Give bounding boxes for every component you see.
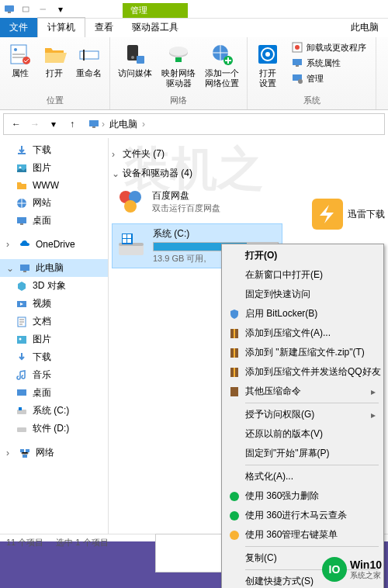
sidebar-item-3d[interactable]: 3D 对象 (0, 277, 108, 295)
sidebar-item-system-c[interactable]: 系统 (C:) (0, 402, 108, 420)
add-location-button[interactable]: 添加一个 网络位置 (203, 40, 241, 90)
nav-history[interactable]: ▾ (44, 115, 63, 133)
devices-section-header[interactable]: ⌄ 设备和驱动器 (4) (112, 164, 385, 183)
svg-rect-1 (8, 12, 11, 13)
svg-rect-30 (17, 217, 26, 223)
pc-icon (88, 118, 100, 130)
svg-rect-26 (92, 126, 95, 128)
menu-bitlocker[interactable]: 启用 BitLocker(B) (223, 304, 382, 323)
menu-open[interactable]: 打开(O) (223, 246, 382, 265)
nav-up[interactable]: ↑ (63, 115, 81, 133)
svg-point-47 (124, 200, 137, 213)
open-button[interactable]: 打开 (40, 40, 68, 80)
svg-rect-10 (137, 56, 144, 64)
svg-point-63 (230, 511, 239, 521)
menu-360-delete[interactable]: 使用 360强力删除 (223, 486, 382, 506)
sidebar-item-videos[interactable]: 视频 (0, 295, 108, 313)
sidebar-item-pictures2[interactable]: 图片 (0, 330, 108, 348)
menu-grant-access[interactable]: 授予访问权限(G)▸ (223, 405, 382, 424)
menu-pin-quick[interactable]: 固定到快速访问 (223, 285, 382, 304)
menu-360-trojan[interactable]: 使用 360进行木马云查杀 (223, 506, 382, 525)
sidebar-item-documents[interactable]: 文档 (0, 313, 108, 330)
svg-point-5 (23, 57, 30, 64)
svg-rect-40 (19, 407, 22, 410)
tab-view[interactable]: 查看 (85, 18, 123, 37)
svg-rect-48 (119, 244, 144, 255)
svg-rect-21 (293, 59, 302, 65)
breadcrumb[interactable]: › 此电脑 › (88, 116, 381, 133)
uninstall-button[interactable]: 卸载或更改程序 (288, 40, 369, 54)
qat-btn-1[interactable] (19, 3, 34, 16)
open-settings-button[interactable]: 打开 设置 (254, 40, 282, 90)
menu-open-new-window[interactable]: 在新窗口中打开(E) (223, 265, 382, 285)
sidebar-item-downloads[interactable]: 下载 (0, 141, 108, 159)
access-media-button[interactable]: 访问媒体 (116, 40, 154, 80)
ribbon: 属性 打开 重命名 位置 访问媒体 映射网络 驱动器 (0, 37, 388, 110)
folders-section-header[interactable]: › 文件夹 (7) (112, 144, 385, 164)
tab-drive-tools[interactable]: 驱动器工具 (123, 18, 188, 37)
svg-rect-31 (20, 223, 23, 225)
svg-rect-58 (234, 348, 235, 358)
navigation-pane: 下载 图片 WWW 网站 桌面 ›OneDrive ⌄此电脑 3D 对象 视频 … (0, 138, 109, 534)
sidebar-item-websites[interactable]: 网站 (0, 194, 108, 212)
menu-360-rightmenu[interactable]: 使用 360管理右键菜单 (223, 525, 382, 545)
tab-computer[interactable]: 计算机 (37, 17, 85, 37)
win10-logo-icon: IO (322, 557, 347, 582)
sidebar-item-desktop2[interactable]: 桌面 (0, 384, 108, 402)
menu-pin-start[interactable]: 固定到"开始"屏幕(P) (223, 444, 382, 463)
status-selected: 选中 1 个项目 (56, 537, 108, 548)
svg-point-4 (14, 48, 17, 51)
menu-add-zip[interactable]: 添加到 "新建压缩文件.zip"(T) (223, 343, 382, 362)
menu-restore-version[interactable]: 还原以前的版本(V) (223, 424, 382, 444)
sys-props-button[interactable]: 系统属性 (288, 56, 369, 70)
qat-btn-2[interactable] (36, 3, 51, 16)
ribbon-group-network: 访问媒体 映射网络 驱动器 添加一个 网络位置 网络 (110, 37, 248, 109)
svg-point-62 (230, 492, 239, 501)
titlebar-title: 此电脑 (341, 18, 388, 37)
svg-rect-0 (5, 5, 14, 12)
manage-button[interactable]: 管理 (288, 71, 369, 85)
svg-rect-41 (17, 427, 26, 432)
quick-access-toolbar: ▾ (19, 3, 68, 16)
svg-rect-6 (80, 51, 99, 59)
status-items: 11 个项目 (6, 537, 43, 548)
menu-add-archive[interactable]: 添加到压缩文件(A)... (223, 323, 382, 343)
svg-point-18 (265, 52, 270, 57)
svg-point-12 (169, 47, 188, 56)
ribbon-group-system: 打开 设置 卸载或更改程序 系统属性 管理 系统 (248, 37, 376, 109)
map-drive-button[interactable]: 映射网络 驱动器 (160, 40, 197, 90)
app-icon (3, 3, 16, 16)
svg-rect-25 (89, 120, 99, 126)
nav-forward[interactable]: → (26, 115, 44, 133)
svg-rect-54 (127, 239, 131, 243)
sidebar-item-this-pc[interactable]: ⌄此电脑 (0, 259, 108, 277)
sidebar-item-desktop[interactable]: 桌面 (0, 212, 108, 230)
svg-rect-7 (83, 50, 85, 61)
svg-rect-22 (296, 65, 299, 67)
sidebar-item-network[interactable]: ›网络 (0, 444, 108, 462)
menu-other-compress[interactable]: 其他压缩命令▸ (223, 382, 382, 401)
ribbon-tabs: 文件 计算机 查看 管理 驱动器工具 此电脑 (0, 19, 388, 37)
tab-file[interactable]: 文件 (0, 18, 37, 37)
breadcrumb-this-pc[interactable]: 此电脑 (106, 116, 140, 133)
properties-button[interactable]: 属性 (6, 40, 34, 80)
svg-point-64 (230, 531, 239, 540)
sidebar-item-downloads2[interactable]: 下载 (0, 348, 108, 366)
menu-format[interactable]: 格式化(A)... (223, 467, 382, 486)
sidebar-item-onedrive[interactable]: ›OneDrive (0, 236, 108, 253)
sidebar-item-music[interactable]: 音乐 (0, 366, 108, 384)
sidebar-item-www[interactable]: WWW (0, 177, 108, 194)
svg-rect-33 (23, 271, 26, 272)
sidebar-item-pictures[interactable]: 图片 (0, 159, 108, 177)
drive-baidu[interactable]: 百度网盘 双击运行百度网盘 (112, 183, 282, 220)
nav-back[interactable]: ← (7, 115, 26, 133)
svg-point-20 (295, 45, 300, 50)
context-menu: 打开(O) 在新窗口中打开(E) 固定到快速访问 启用 BitLocker(B)… (221, 244, 384, 588)
rename-button[interactable]: 重命名 (74, 40, 103, 80)
menu-add-send-qq[interactable]: 添加到压缩文件并发送给QQ好友 (223, 362, 382, 382)
qat-dropdown[interactable]: ▾ (53, 3, 68, 16)
svg-rect-38 (17, 389, 26, 396)
sidebar-item-software-d[interactable]: 软件 (D:) (0, 420, 108, 438)
titlebar: ▾ (0, 0, 388, 19)
svg-point-24 (298, 79, 303, 84)
